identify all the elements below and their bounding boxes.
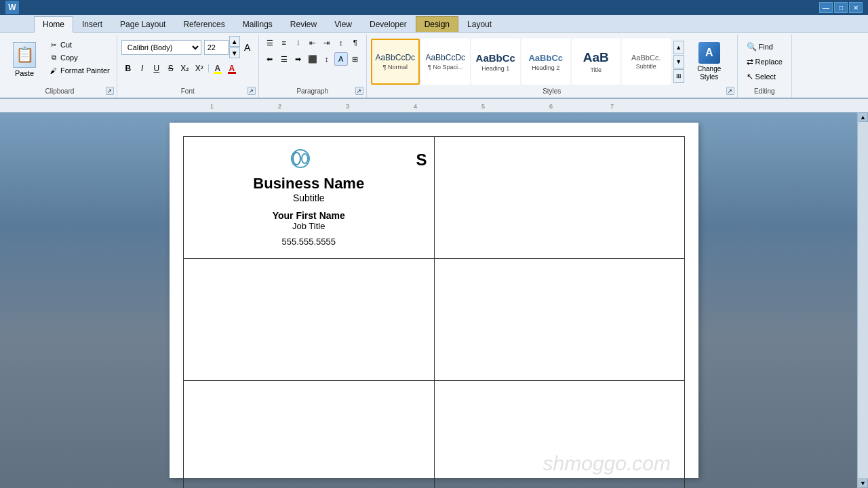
card-cell-mid-right[interactable] — [434, 259, 685, 381]
shading-button[interactable]: A — [334, 52, 348, 66]
copy-icon: ⧉ — [49, 53, 58, 62]
style-title[interactable]: AaB Title — [572, 39, 620, 85]
style-normal[interactable]: AaBbCcDc ¶ Normal — [371, 39, 420, 85]
scroll-up-button[interactable]: ▲ — [859, 113, 868, 122]
tab-review[interactable]: Review — [281, 16, 326, 32]
page: S Business Name Subtitle Your First Name… — [170, 123, 698, 478]
ribbon-tabs: Home Insert Page Layout References Maili… — [0, 15, 868, 33]
card-row-2 — [184, 259, 685, 381]
style-nospace-label: ¶ No Spaci... — [428, 64, 462, 70]
font-size-decrease-button[interactable]: ▼ — [229, 47, 240, 58]
multilevel-list-button[interactable]: ⁝ — [292, 36, 305, 49]
ruler-inner: 1 2 3 4 5 6 7 — [159, 99, 715, 112]
tab-design[interactable]: Design — [416, 16, 458, 32]
numbered-list-button[interactable]: ≡ — [277, 36, 291, 49]
paste-icon: 📋 — [13, 42, 36, 68]
underline-button[interactable]: U — [150, 62, 163, 75]
close-button[interactable]: ✕ — [849, 2, 863, 13]
subtitle-text: Subtitle — [191, 192, 427, 203]
window-controls: — □ ✕ — [819, 2, 863, 13]
style-subtitle[interactable]: AaBbCc. Subtitle — [622, 39, 671, 85]
text-highlight-button[interactable]: A — [211, 62, 224, 75]
styles-scroll-up[interactable]: ▲ — [673, 41, 684, 54]
paste-button[interactable]: 📋 Paste — [7, 39, 42, 81]
font-expand-button[interactable]: ↗ — [248, 87, 256, 95]
maximize-button[interactable]: □ — [834, 2, 848, 13]
clipboard-label: Clipboard — [45, 87, 74, 96]
vertical-scrollbar[interactable]: ▲ ▼ — [857, 113, 868, 488]
minimize-button[interactable]: — — [819, 2, 833, 13]
decrease-indent-button[interactable]: ⇤ — [306, 36, 319, 49]
style-normal-preview: AaBbCcDc — [375, 53, 415, 62]
change-styles-button[interactable]: A ChangeStyles — [686, 39, 733, 85]
ribbon: 📋 Paste ✂ Cut ⧉ Copy 🖌 Format Painter — [0, 33, 868, 99]
tab-references[interactable]: References — [174, 16, 233, 32]
style-h2-label: Heading 2 — [532, 64, 559, 71]
styles-expand[interactable]: ⊞ — [673, 69, 684, 83]
bold-button[interactable]: B — [121, 62, 135, 75]
paste-label: Paste — [15, 69, 34, 77]
font-size-increase-button[interactable]: ▲ — [229, 36, 240, 47]
styles-scroll-down[interactable]: ▼ — [673, 55, 684, 68]
style-heading2[interactable]: AaBbCc Heading 2 — [521, 39, 570, 85]
style-subtitle-label: Subtitle — [636, 63, 656, 70]
replace-button[interactable]: ⇄ Replace — [743, 55, 786, 68]
superscript-button[interactable]: X² — [193, 62, 206, 75]
align-left-button[interactable]: ⬅ — [263, 52, 277, 66]
tab-developer[interactable]: Developer — [361, 16, 416, 32]
card-cell-business[interactable]: S Business Name Subtitle Your First Name… — [184, 137, 435, 259]
card-cell-bot-left[interactable] — [184, 381, 435, 489]
show-formatting-button[interactable]: ¶ — [349, 36, 362, 49]
font-group: Calibri (Body) ▲ ▼ A B I U S X₂ X² — [117, 35, 259, 98]
replace-icon: ⇄ — [747, 57, 753, 66]
clipboard-expand-button[interactable]: ↗ — [106, 87, 114, 95]
copy-button[interactable]: ⧉ Copy — [46, 52, 113, 64]
italic-button[interactable]: I — [136, 62, 149, 75]
ruler: 1 2 3 4 5 6 7 — [0, 99, 868, 113]
style-h2-preview: AaBbCc — [528, 53, 563, 63]
style-title-preview: AaB — [583, 50, 609, 65]
card-cell-top-right[interactable] — [434, 137, 685, 259]
clipboard-group: 📋 Paste ✂ Cut ⧉ Copy 🖌 Format Painter — [3, 35, 117, 98]
font-size-input[interactable] — [204, 40, 229, 55]
paragraph-label: Paragraph — [296, 87, 328, 96]
sort-button[interactable]: ↕ — [334, 36, 348, 49]
scroll-down-button[interactable]: ▼ — [859, 479, 868, 488]
tab-view[interactable]: View — [326, 16, 361, 32]
tab-insert[interactable]: Insert — [73, 16, 111, 32]
paragraph-expand-button[interactable]: ↗ — [355, 87, 363, 95]
format-painter-button[interactable]: 🖌 Format Painter — [46, 64, 113, 77]
justify-button[interactable]: ⬛ — [306, 52, 319, 66]
font-color-button[interactable]: A — [225, 62, 239, 75]
style-heading1[interactable]: AaBbCc Heading 1 — [471, 39, 520, 85]
line-spacing-button[interactable]: ↕ — [320, 52, 334, 66]
align-center-button[interactable]: ☰ — [277, 52, 291, 66]
strikethrough-button[interactable]: S — [164, 62, 178, 75]
style-subtitle-preview: AaBbCc. — [631, 54, 660, 62]
card-cell-mid-left[interactable] — [184, 259, 435, 381]
phone-number: 555.555.5555 — [191, 237, 427, 247]
card-cell-bot-right[interactable]: shmoggo.com — [434, 381, 685, 489]
tab-layout[interactable]: Layout — [458, 16, 500, 32]
document-area: S Business Name Subtitle Your First Name… — [0, 113, 868, 488]
job-title: Job Title — [191, 221, 427, 231]
borders-button[interactable]: ⊞ — [349, 52, 362, 66]
style-title-label: Title — [590, 66, 601, 73]
align-right-button[interactable]: ➡ — [292, 52, 305, 66]
bullet-list-button[interactable]: ☰ — [263, 36, 277, 49]
title-bar: W — □ ✕ — [0, 0, 868, 15]
font-family-select[interactable]: Calibri (Body) — [121, 40, 201, 55]
tab-mailings[interactable]: Mailings — [234, 16, 281, 32]
subscript-button[interactable]: X₂ — [178, 62, 192, 75]
clear-formatting-button[interactable]: A — [241, 41, 254, 54]
find-button[interactable]: 🔍 Find — [743, 40, 786, 54]
increase-indent-button[interactable]: ⇥ — [320, 36, 334, 49]
tab-home[interactable]: Home — [34, 16, 73, 33]
tab-page-layout[interactable]: Page Layout — [111, 16, 174, 32]
styles-expand-button[interactable]: ↗ — [726, 87, 734, 95]
style-nospace[interactable]: AaBbCcDc ¶ No Spaci... — [421, 39, 470, 85]
cut-button[interactable]: ✂ Cut — [46, 39, 113, 51]
select-button[interactable]: ↖ Select — [743, 70, 786, 83]
find-icon: 🔍 — [747, 42, 757, 52]
font-label: Font — [181, 87, 195, 96]
